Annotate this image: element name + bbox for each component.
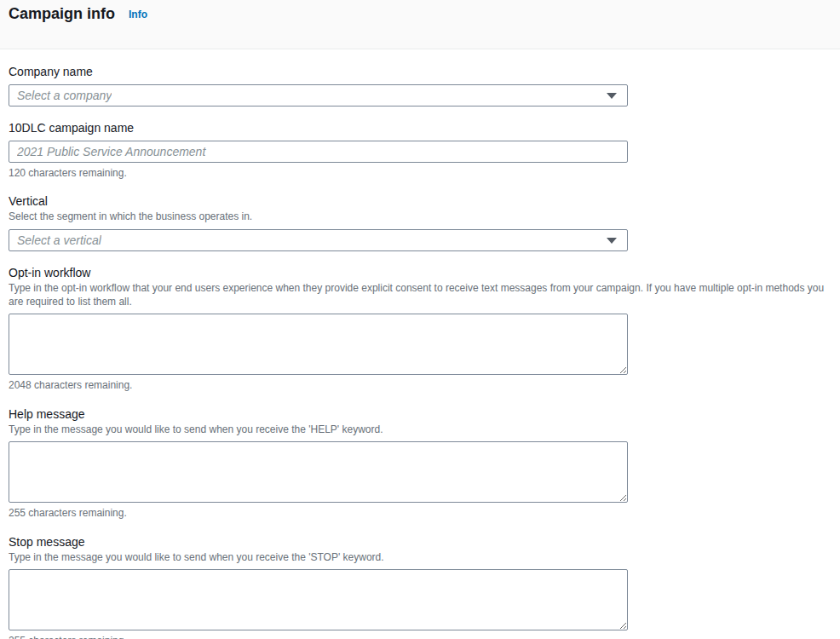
chevron-down-icon	[607, 93, 617, 99]
page-title: Campaign info	[9, 3, 115, 24]
optin-workflow-hint: 2048 characters remaining.	[9, 379, 831, 391]
campaign-name-hint: 120 characters remaining.	[9, 167, 831, 179]
campaign-name-label: 10DLC campaign name	[9, 121, 831, 135]
stop-message-textarea[interactable]	[9, 569, 628, 630]
help-message-hint: 255 characters remaining.	[9, 507, 831, 519]
vertical-label: Vertical	[9, 194, 831, 208]
chevron-down-icon	[607, 238, 617, 244]
vertical-description: Select the segment in which the business…	[9, 210, 831, 223]
optin-workflow-description: Type in the opt-in workflow that your en…	[9, 281, 831, 308]
field-vertical: Vertical Select the segment in which the…	[9, 194, 831, 251]
campaign-info-section-header: Campaign info Info	[0, 0, 840, 49]
help-message-label: Help message	[9, 407, 831, 421]
optin-workflow-textarea[interactable]	[9, 314, 628, 375]
field-help-message: Help message Type in the message you wou…	[9, 407, 831, 519]
info-link[interactable]: Info	[129, 3, 147, 24]
company-name-select-placeholder: Select a company	[17, 89, 112, 102]
optin-workflow-label: Opt-in workflow	[9, 266, 831, 279]
campaign-name-input[interactable]	[9, 141, 628, 163]
stop-message-description: Type in the message you would like to se…	[9, 550, 831, 564]
vertical-select[interactable]: Select a vertical	[9, 229, 628, 251]
company-name-select[interactable]: Select a company	[9, 84, 628, 106]
field-campaign-name: 10DLC campaign name 120 characters remai…	[9, 121, 831, 179]
stop-message-label: Stop message	[9, 535, 831, 549]
help-message-textarea[interactable]	[9, 441, 628, 503]
campaign-info-form: Company name Select a company 10DLC camp…	[0, 65, 840, 639]
field-company-name: Company name Select a company	[9, 65, 831, 106]
help-message-description: Type in the message you would like to se…	[9, 423, 831, 436]
field-optin-workflow: Opt-in workflow Type in the opt-in workf…	[9, 266, 831, 391]
company-name-label: Company name	[9, 65, 831, 78]
field-stop-message: Stop message Type in the message you wou…	[9, 535, 831, 639]
stop-message-hint: 255 characters remaining.	[9, 635, 831, 639]
vertical-select-placeholder: Select a vertical	[17, 233, 101, 247]
